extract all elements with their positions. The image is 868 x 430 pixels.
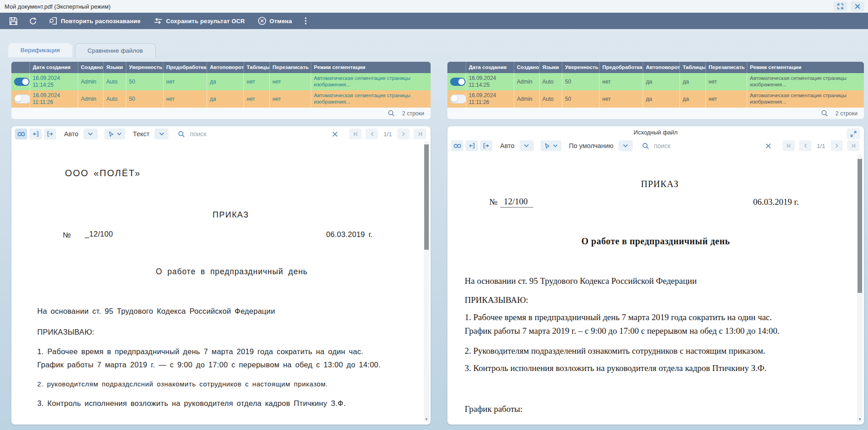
cell-segmentation: Автоматическая сегментация страницы изоб… <box>747 73 864 90</box>
doc-item3: 3. Контроль исполнения возложить на руко… <box>37 399 346 408</box>
table-row[interactable]: 16.09.202411:14:25 Admin Auto 50 нет да … <box>447 73 864 90</box>
doc-number: _12/100 <box>85 230 113 238</box>
scrollbar-down-arrow[interactable]: ▼ <box>857 417 863 421</box>
doc-date: 06.03.2019 г. <box>753 197 799 207</box>
tab-file-comparison[interactable]: Сравнение файлов <box>75 43 156 58</box>
cell-date: 16.09.202411:14:25 <box>466 73 514 90</box>
header-created: Создано <box>514 62 539 73</box>
header-segmentation: Режим сегментации <box>747 62 864 73</box>
doc-item2: 2. руководитслям подраздслсний ознакомит… <box>37 380 328 388</box>
main-toolbar: Повторить распознавание Сохранить резуль… <box>0 13 868 29</box>
close-button[interactable] <box>851 1 864 11</box>
doc-date: 06.03.2019 г. <box>326 230 373 239</box>
save-button[interactable] <box>4 17 23 25</box>
row-count-label: 2 строки <box>835 110 858 117</box>
header-toggle <box>11 62 30 73</box>
row-count-label: 2 строки <box>402 110 424 117</box>
doc-item1b: График работы 7 марта 2019 г. — с 9:00 д… <box>37 361 381 369</box>
cell-tables: нет <box>243 90 269 108</box>
header-tables: Таблицы <box>243 62 269 73</box>
cell-tables: нет <box>243 73 269 90</box>
table-search-icon[interactable] <box>821 110 828 117</box>
row-toggle-on[interactable] <box>14 78 30 86</box>
table-row[interactable]: 16.09.202411:14:25 Admin Auto 50 нет да … <box>11 73 431 90</box>
header-languages: Языки <box>539 62 562 73</box>
scrollbar-thumb[interactable] <box>424 144 429 250</box>
ocr-result-viewer: Авто Текст 1/1 ООО «ПОЛЁТ» ПРИКАЗ № _12/… <box>11 126 431 425</box>
scrollbar-down-arrow[interactable]: ▼ <box>424 417 429 421</box>
header-languages: Языки <box>103 62 126 73</box>
header-autorotate: Автоповорот <box>643 62 680 73</box>
swap-arrows-icon <box>153 17 163 25</box>
source-file-viewer: Исходный файл Авто По умолчанию 1/1 ПРИК… <box>447 126 864 425</box>
window-title: Мой документ.pdf (Экспертный режим) <box>5 3 110 10</box>
doc-number: 12/100 <box>500 197 533 208</box>
cell-created: Admin <box>78 73 103 90</box>
doc-subject: О работе в предпраздничный день <box>581 236 730 247</box>
cell-languages: Auto <box>539 73 562 90</box>
scrollbar-thumb[interactable] <box>858 159 862 293</box>
fullscreen-button[interactable] <box>833 1 847 11</box>
source-document: ПРИКАЗ № 12/100 06.03.2019 г. О работе в… <box>447 126 857 425</box>
kebab-icon <box>305 17 307 25</box>
table-footer: 2 строки <box>11 108 431 119</box>
row-toggle-off[interactable] <box>14 94 30 104</box>
right-ocr-settings-table: Дата создания Создано Языки Уверенность … <box>447 62 864 119</box>
header-tables: Таблицы <box>680 62 705 73</box>
cell-overwrite: нет <box>705 73 747 90</box>
header-autorotate: Автоповорот <box>207 62 243 73</box>
doc-item1a: 1. Рабочее время в предпраздничный день … <box>465 312 772 322</box>
row-toggle-on[interactable] <box>450 78 466 86</box>
cell-preprocessing: нет <box>163 90 207 108</box>
cell-overwrite: нет <box>705 90 747 108</box>
vertical-scrollbar[interactable]: ▼ <box>857 154 863 422</box>
table-footer: 2 строки <box>447 108 864 119</box>
left-ocr-settings-table: Дата создания Создано Языки Уверенность … <box>11 62 431 119</box>
header-toggle <box>447 62 466 73</box>
vertical-scrollbar[interactable]: ▼ <box>424 142 429 422</box>
header-preprocessing: Предобработка <box>163 62 207 73</box>
refresh-icon <box>29 17 37 25</box>
cancel-circle-icon <box>258 16 267 25</box>
table-row[interactable]: 16.09.202411:11:26 Admin Auto 50 нет да … <box>447 90 864 108</box>
doc-number-label: № <box>489 197 497 207</box>
cell-overwrite: нет <box>269 90 311 108</box>
cell-created: Admin <box>514 73 539 90</box>
view-tabs: Верификация Сравнение файлов <box>8 43 156 58</box>
cell-autorotate: да <box>207 73 243 90</box>
table-header-row: Дата создания Создано Языки Уверенность … <box>447 62 864 73</box>
cell-languages: Auto <box>539 90 562 108</box>
row-toggle-off[interactable] <box>450 94 466 104</box>
tab-verification[interactable]: Верификация <box>8 43 72 57</box>
cell-confidence: 50 <box>562 90 599 108</box>
save-icon <box>9 17 18 25</box>
cell-preprocessing: нет <box>163 73 207 90</box>
cell-confidence: 50 <box>562 73 599 90</box>
cell-segmentation: Автоматическая сегментация страницы изоб… <box>311 73 431 90</box>
ocr-text-document: ООО «ПОЛЁТ» ПРИКАЗ № _12/100 06.03.2019 … <box>11 126 423 425</box>
header-confidence: Уверенность <box>126 62 163 73</box>
cell-preprocessing: нет <box>599 90 643 108</box>
cancel-button[interactable]: Отмена <box>251 16 298 25</box>
cell-languages: Auto <box>103 90 126 108</box>
cell-preprocessing: нет <box>599 73 643 90</box>
titlebar: Мой документ.pdf (Экспертный режим) <box>0 0 868 13</box>
table-search-icon[interactable] <box>388 110 395 117</box>
cell-confidence: 50 <box>126 90 163 108</box>
cell-created: Admin <box>514 90 539 108</box>
more-menu-button[interactable] <box>298 17 313 25</box>
save-ocr-result-button[interactable]: Сохранить результат OCR <box>147 17 251 25</box>
header-overwrite: Перезаписать <box>269 62 311 73</box>
doc-item3: 3. Контроль исполнения возложить на руко… <box>465 363 767 373</box>
cell-confidence: 50 <box>126 73 163 90</box>
repeat-recognition-button[interactable]: Повторить распознавание <box>43 17 147 25</box>
close-icon <box>855 4 860 9</box>
doc-subject: О работе в предпраздничный день <box>156 267 308 277</box>
doc-order-word: ПРИКАЗЫВАЮ: <box>465 295 528 305</box>
window-controls <box>833 1 864 11</box>
fullscreen-icon <box>837 3 843 10</box>
table-row[interactable]: 16.09.202411:11:26 Admin Auto 50 нет да … <box>11 90 431 108</box>
refresh-button[interactable] <box>23 17 43 25</box>
header-preprocessing: Предобработка <box>599 62 643 73</box>
cell-tables: да <box>680 73 705 90</box>
